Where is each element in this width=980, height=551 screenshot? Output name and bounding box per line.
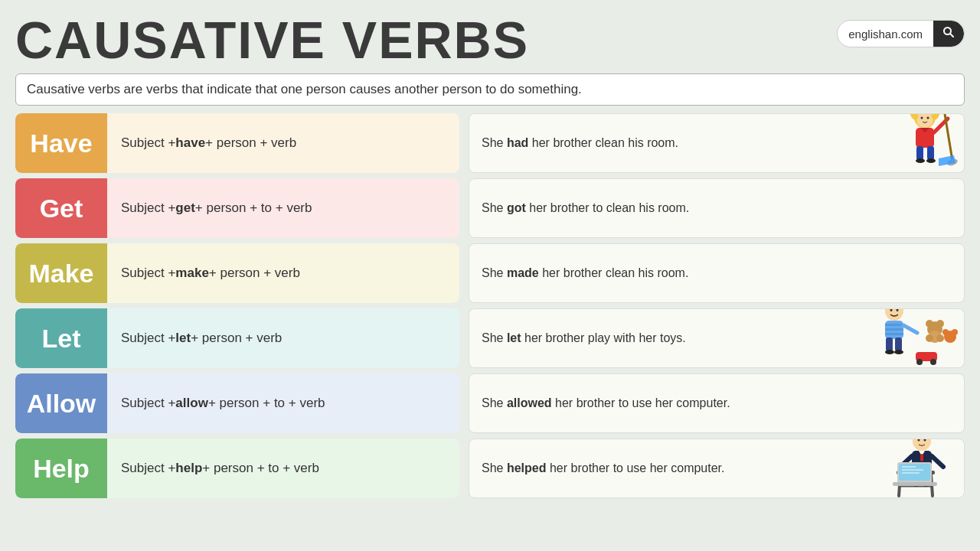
example-row-allow: She allowed her brother to use her compu… xyxy=(469,373,965,433)
example-text-get: She got her brother to clean his room. xyxy=(482,201,689,215)
example-row-have: She had her brother clean his room. xyxy=(469,113,965,173)
verb-row-let: LetSubject + let + person + verb xyxy=(15,308,459,368)
svg-line-12 xyxy=(945,114,952,161)
verb-row-help: HelpSubject + help + person + to + verb xyxy=(15,439,459,498)
verb-row-allow: AllowSubject + allow + person + to + ver… xyxy=(15,373,459,433)
svg-point-4 xyxy=(921,117,923,119)
svg-point-45 xyxy=(918,439,920,442)
left-panel: HaveSubject + have + person + verbGetSub… xyxy=(15,113,459,498)
verb-label-have: Have xyxy=(15,113,107,173)
example-text-let: She let her brother play with her toys. xyxy=(482,331,686,345)
website-label: englishan.com xyxy=(838,23,933,45)
svg-rect-34 xyxy=(885,333,903,335)
website-box: englishan.com xyxy=(837,20,965,47)
svg-point-30 xyxy=(897,308,899,311)
svg-point-29 xyxy=(890,308,893,311)
example-text-make: She made her brother clean his room. xyxy=(482,266,688,280)
description-box: Causative verbs are verbs that indicate … xyxy=(15,73,965,106)
example-row-make: She made her brother clean his room. xyxy=(469,243,965,303)
character-image-girl xyxy=(893,113,958,172)
svg-point-38 xyxy=(894,350,903,354)
search-icon xyxy=(942,26,955,38)
svg-rect-49 xyxy=(920,454,923,461)
svg-point-10 xyxy=(926,158,936,163)
svg-line-39 xyxy=(903,325,917,333)
verb-label-allow: Allow xyxy=(15,373,107,433)
example-row-get: She got her brother to clean his room. xyxy=(469,178,965,238)
verb-formula-help: Subject + help + person + to + verb xyxy=(107,439,459,498)
svg-rect-7 xyxy=(916,146,923,160)
svg-rect-58 xyxy=(893,482,937,486)
svg-point-23 xyxy=(942,329,949,335)
verb-label-help: Help xyxy=(15,439,107,498)
verb-formula-make: Subject + make + person + verb xyxy=(107,243,459,303)
svg-point-27 xyxy=(930,359,936,365)
right-panel: She had her brother clean his room. xyxy=(469,113,965,498)
svg-point-5 xyxy=(927,117,929,119)
verb-formula-let: Subject + let + person + verb xyxy=(107,308,459,368)
verb-label-get: Get xyxy=(15,178,107,238)
svg-rect-35 xyxy=(886,337,893,351)
page-title: CAUSATIVE VERBS xyxy=(15,14,529,66)
example-text-help: She helped her brother to use her comput… xyxy=(482,461,725,475)
svg-line-1 xyxy=(950,34,953,37)
content-area: HaveSubject + have + person + verbGetSub… xyxy=(15,113,965,498)
verb-formula-have: Subject + have + person + verb xyxy=(107,113,459,173)
svg-point-20 xyxy=(926,334,933,342)
svg-rect-33 xyxy=(885,328,903,331)
header: CAUSATIVE VERBS englishan.com xyxy=(15,14,965,66)
character-image-man-laptop xyxy=(885,439,958,497)
svg-point-9 xyxy=(916,158,925,163)
svg-rect-8 xyxy=(927,146,934,160)
svg-point-24 xyxy=(952,329,958,335)
verb-row-make: MakeSubject + make + person + verb xyxy=(15,243,459,303)
verb-label-let: Let xyxy=(15,308,107,368)
verb-label-make: Make xyxy=(15,243,107,303)
search-button[interactable] xyxy=(933,21,964,47)
svg-point-28 xyxy=(885,308,903,321)
verb-formula-allow: Subject + allow + person + to + verb xyxy=(107,373,459,433)
svg-point-44 xyxy=(913,439,931,451)
svg-point-46 xyxy=(924,439,926,442)
svg-rect-36 xyxy=(895,337,902,351)
svg-point-21 xyxy=(936,334,944,342)
example-row-help: She helped her brother to use her comput… xyxy=(469,439,965,498)
example-text-have: She had her brother clean his room. xyxy=(482,136,678,150)
svg-point-37 xyxy=(885,350,894,354)
verb-row-have: HaveSubject + have + person + verb xyxy=(15,113,459,173)
description-text: Causative verbs are verbs that indicate … xyxy=(27,82,582,96)
example-text-allow: She allowed her brother to use her compu… xyxy=(482,396,730,410)
example-row-let: She let her brother play with her toys. xyxy=(469,308,965,368)
svg-point-26 xyxy=(916,359,923,365)
verb-row-get: GetSubject + get + person + to + verb xyxy=(15,178,459,238)
svg-line-55 xyxy=(932,456,943,467)
svg-point-17 xyxy=(926,320,933,328)
svg-rect-32 xyxy=(885,324,903,326)
svg-point-18 xyxy=(936,320,944,328)
verb-formula-get: Subject + get + person + to + verb xyxy=(107,178,459,238)
character-image-boy-toys xyxy=(870,308,958,367)
